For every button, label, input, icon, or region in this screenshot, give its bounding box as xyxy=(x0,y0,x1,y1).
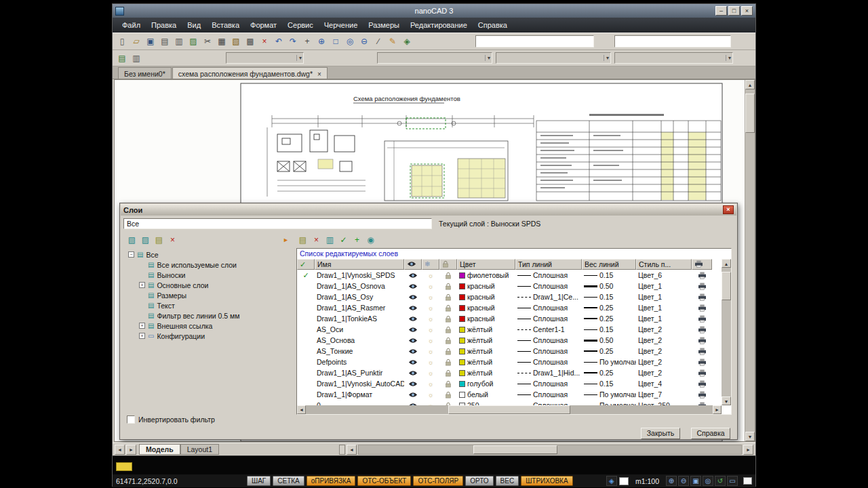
layer-lock-icon[interactable] xyxy=(439,304,457,312)
layer-print-icon[interactable] xyxy=(692,391,712,399)
lineweight-combo[interactable]: ▾ xyxy=(614,52,733,64)
fullscreen-icon[interactable]: ▭ xyxy=(727,476,738,486)
pan-icon[interactable]: + xyxy=(300,35,314,48)
zoom-out-icon[interactable]: ⊖ xyxy=(678,476,689,486)
tree-item[interactable]: ▤Фильтр вес линии 0.5 мм xyxy=(125,310,291,321)
status-toggle[interactable]: ШАГ xyxy=(247,476,271,486)
visibility-toggle-icon[interactable]: ◉ xyxy=(364,234,377,247)
layer-freeze-icon[interactable]: ☼ xyxy=(422,326,439,333)
scrollbar-track[interactable] xyxy=(722,268,731,396)
layer-lock-icon[interactable] xyxy=(439,369,457,377)
layer-visibility-icon[interactable] xyxy=(404,272,422,279)
menu-item[interactable]: Правка xyxy=(146,19,182,31)
tree-item[interactable]: +▭Конфигурации xyxy=(125,331,291,341)
status-toggle[interactable]: ОТС-ОБЪЕКТ xyxy=(357,476,411,486)
layer-lock-icon[interactable] xyxy=(439,348,457,355)
layer-freeze-icon[interactable]: ☼ xyxy=(422,283,439,290)
color-swatch[interactable] xyxy=(459,294,465,300)
layer-freeze-icon[interactable]: ☼ xyxy=(422,272,439,279)
status-toggle[interactable]: ВЕС xyxy=(496,476,519,486)
color-swatch[interactable] xyxy=(459,305,465,311)
menu-item[interactable]: Вставка xyxy=(206,19,245,31)
dialog-title-bar[interactable]: Слои × xyxy=(121,204,736,216)
layer-previous-icon[interactable]: ▥ xyxy=(130,52,143,65)
layer-lock-icon[interactable] xyxy=(439,315,457,323)
scale-display[interactable]: m1:100 xyxy=(635,477,659,485)
delete-layer-icon[interactable]: × xyxy=(310,234,323,247)
attach-xref-icon[interactable]: ◈ xyxy=(400,35,414,48)
layer-row[interactable]: ✓Draw1_1|Vynoski_SPDS☼фиолетовыйСплошная… xyxy=(297,270,722,281)
color-swatch[interactable] xyxy=(459,283,465,289)
new-layer-icon[interactable]: ▤ xyxy=(296,234,309,247)
scroll-up-icon[interactable]: ▲ xyxy=(745,80,755,89)
menu-item[interactable]: Редактирование xyxy=(405,19,473,31)
layer-freeze-icon[interactable]: ☼ xyxy=(422,315,439,323)
freeze-icon[interactable]: ❄ xyxy=(422,259,439,270)
zoom-window-icon[interactable]: □ xyxy=(329,35,342,48)
open-file-icon[interactable]: ▱ xyxy=(130,35,143,48)
document-tab[interactable]: схема расположения фундаментов.dwg*× xyxy=(172,67,328,79)
zoom-extents-icon[interactable]: ◎ xyxy=(703,476,713,486)
save-icon[interactable]: ▣ xyxy=(144,35,157,48)
minimize-button[interactable]: – xyxy=(715,6,727,16)
color-swatch[interactable] xyxy=(459,348,465,354)
layer-visibility-icon[interactable] xyxy=(404,316,422,322)
set-current-layer-icon[interactable]: ✓ xyxy=(337,234,350,247)
scrollbar-thumb[interactable] xyxy=(448,405,570,414)
layer-visibility-icon[interactable] xyxy=(404,305,422,311)
tree-expander-icon[interactable]: + xyxy=(139,282,145,288)
layout-tab[interactable]: Layout1 xyxy=(180,444,219,455)
layer-freeze-icon[interactable]: ☼ xyxy=(422,391,439,399)
tree-item[interactable]: +▤Основные слои xyxy=(125,280,291,290)
tree-item[interactable]: +▤Внешняя ссылка xyxy=(125,321,291,331)
menu-item[interactable]: Вид xyxy=(182,19,206,31)
layer-states-icon[interactable]: ▤ xyxy=(153,234,165,247)
layer-freeze-icon[interactable]: ☼ xyxy=(422,359,439,366)
color-swatch[interactable] xyxy=(459,370,465,376)
column-header-lineweight[interactable]: Вес линий xyxy=(582,259,636,270)
layer-freeze-icon[interactable]: ☼ xyxy=(422,337,439,344)
tree-expander-icon[interactable]: − xyxy=(128,251,134,258)
zoom-previous-icon[interactable]: ⊖ xyxy=(357,35,371,48)
tree-item[interactable]: ▤Размеры xyxy=(125,290,291,300)
layer-row[interactable]: AS_Оси☼жёлтыйCenter1-10.15Цвет_2 xyxy=(297,324,722,335)
status-toggle[interactable]: ШТРИХОВКА xyxy=(521,476,572,486)
layout-tab[interactable]: Модель xyxy=(139,444,180,455)
rename-layer-icon[interactable]: ▥ xyxy=(323,234,336,247)
tree-root[interactable]: −▤Все xyxy=(125,249,291,260)
layer-print-icon[interactable] xyxy=(692,359,712,366)
toolbar-field-2[interactable] xyxy=(614,35,731,47)
color-swatch[interactable] xyxy=(459,338,465,344)
copy-icon[interactable]: ▦ xyxy=(215,35,229,48)
tree-item[interactable]: ▤Все используемые слои xyxy=(125,260,291,270)
menu-item[interactable]: Формат xyxy=(245,19,282,31)
tree-expander-icon[interactable]: + xyxy=(139,323,145,329)
tree-expander-icon[interactable]: + xyxy=(139,333,145,339)
layer-visibility-icon[interactable] xyxy=(404,381,422,387)
spelling-icon[interactable]: ▨ xyxy=(186,35,200,48)
print-icon[interactable] xyxy=(692,259,712,270)
layer-row[interactable]: AS_Тонкие☼жёлтыйСплошная0.25Цвет_2 xyxy=(297,346,722,357)
toolbar-field-1[interactable] xyxy=(475,35,594,47)
column-header-color[interactable]: Цвет xyxy=(457,259,515,270)
undo-icon[interactable]: ↶ xyxy=(272,35,285,48)
xref-link-icon[interactable]: ◈ xyxy=(606,476,617,486)
canvas-vertical-scrollbar[interactable]: ▲ ▼ xyxy=(745,80,755,441)
hscroll-left-icon[interactable]: ◄ xyxy=(347,445,357,455)
paste-icon[interactable]: ▧ xyxy=(229,35,243,48)
layer-print-icon[interactable] xyxy=(692,326,712,333)
lock-icon[interactable] xyxy=(439,259,457,270)
plot-icon[interactable]: ▤ xyxy=(158,35,172,48)
menu-item[interactable]: Файл xyxy=(117,19,146,31)
layer-row[interactable]: Defpoints☼жёлтыйСплошнаяПо умолчаниюЦвет… xyxy=(297,357,722,367)
status-toggle[interactable]: СЕТКА xyxy=(273,476,304,486)
hscroll-right-icon[interactable]: ► xyxy=(743,445,753,455)
layer-row[interactable]: 0☼250СплошнаяПо умолчаниюЦвет_250 xyxy=(297,400,722,405)
color-combo[interactable]: ▾ xyxy=(377,52,492,64)
layer-print-icon[interactable] xyxy=(692,337,712,344)
new-properties-filter-icon[interactable]: ▨ xyxy=(139,234,152,247)
tab-close-icon[interactable]: × xyxy=(317,70,321,78)
scrollbar-track[interactable] xyxy=(745,89,755,432)
layer-lock-icon[interactable] xyxy=(439,337,457,344)
tree-item[interactable]: ▤Текст xyxy=(125,300,291,310)
